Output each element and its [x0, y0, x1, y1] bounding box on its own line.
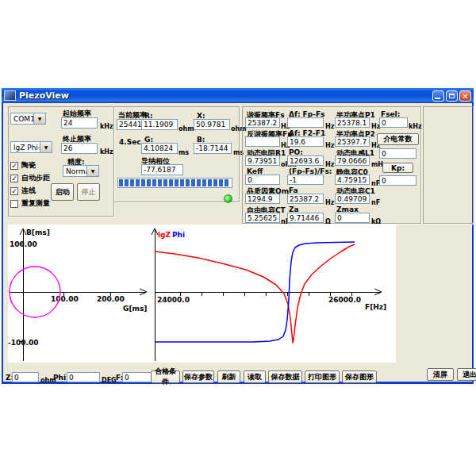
- progress-segment: [213, 179, 217, 186]
- progress-segment: [225, 179, 228, 186]
- right-chart-xlabel: F[Hz]: [365, 303, 386, 311]
- checkbox-unchecked-icon[interactable]: [10, 200, 18, 208]
- start-button[interactable]: 启动: [51, 183, 74, 201]
- title-bar[interactable]: PiezoView ✕: [2, 88, 474, 103]
- result-field-value[interactable]: [245, 213, 280, 223]
- progress-segment: [169, 179, 173, 186]
- fsel-unit: kHz: [409, 123, 422, 130]
- progress-segment: [197, 179, 201, 186]
- window-title: PiezoView: [19, 90, 69, 101]
- measurement-chart: B[ms]100.00-100.00100.00200.00G[ms]lgZPh…: [8, 225, 396, 363]
- save-params-button[interactable]: 保存参数: [182, 370, 214, 383]
- result-field-value[interactable]: [287, 175, 324, 185]
- progress-segment: [208, 179, 212, 186]
- result-field-value[interactable]: [245, 155, 280, 166]
- app-icon: [4, 90, 16, 101]
- qualify-condition-button[interactable]: 合格条件: [151, 370, 180, 383]
- end-freq-unit: kHz: [100, 148, 113, 155]
- start-freq-unit: kHz: [100, 123, 113, 130]
- result-field-value[interactable]: [245, 175, 280, 185]
- clear-screen-button[interactable]: 清屏: [427, 368, 454, 381]
- progress-segment: [175, 179, 178, 186]
- checkbox-label: 自动步距: [21, 173, 50, 183]
- chevron-down-icon[interactable]: ▼: [86, 166, 98, 176]
- z-value[interactable]: [12, 372, 39, 382]
- com-port-select[interactable]: COM1 ▼: [10, 113, 46, 125]
- piezoview-window: PiezoView ✕ COM1 ▼ 起始频率 kHz lgZ Phi-F ▼ …: [2, 89, 474, 384]
- result-field-value[interactable]: [335, 117, 370, 128]
- print-graph-button[interactable]: 打印图形: [305, 370, 340, 383]
- checkbox-label: 重复测量: [21, 198, 50, 209]
- result-field-unit: Hz: [325, 142, 334, 149]
- progress-segment: [119, 179, 123, 186]
- end-freq-input[interactable]: [61, 143, 98, 154]
- maximize-button[interactable]: [446, 90, 458, 102]
- kp-value[interactable]: [379, 175, 416, 186]
- refresh-button[interactable]: 刷新: [217, 370, 240, 383]
- stop-button[interactable]: 停止: [77, 183, 100, 201]
- left-chart-ylabel: B[ms]: [26, 228, 50, 236]
- result-field-value[interactable]: [335, 136, 370, 147]
- result-field-unit: mH: [371, 161, 383, 168]
- lgZ-curve: [155, 244, 355, 343]
- precision-select[interactable]: Normal ▼: [63, 165, 99, 177]
- result-field-value[interactable]: [287, 117, 324, 128]
- start-freq-input[interactable]: [61, 117, 98, 129]
- progress-segment: [202, 179, 206, 186]
- status-indicator-green: [224, 194, 232, 203]
- x-value[interactable]: [194, 119, 230, 130]
- checkbox-checked-icon[interactable]: ✓: [10, 175, 18, 182]
- result-field-value[interactable]: [335, 213, 370, 223]
- result-field-value[interactable]: [245, 136, 280, 147]
- dielectric-constant-button[interactable]: 介电常数: [377, 133, 419, 145]
- svg-text:26000.0: 26000.0: [328, 296, 361, 304]
- progress-segment: [191, 179, 195, 186]
- checkbox-label: 连线: [21, 186, 36, 196]
- chart-area: B[ms]100.00-100.00100.00200.00G[ms]lgZPh…: [8, 225, 396, 363]
- b-value[interactable]: [194, 143, 232, 154]
- progress-segment: [147, 179, 151, 186]
- phase-value[interactable]: [141, 164, 183, 175]
- result-field-value[interactable]: [287, 194, 324, 204]
- r-value[interactable]: [141, 119, 178, 130]
- checkbox-checked-icon[interactable]: ✓: [10, 162, 18, 170]
- kp-button[interactable]: Kp:: [382, 163, 413, 173]
- result-field-value[interactable]: [335, 194, 370, 204]
- svg-text:-100.00: -100.00: [8, 339, 38, 347]
- read-button[interactable]: 读取: [244, 370, 266, 383]
- result-field-value[interactable]: [287, 136, 324, 147]
- svg-text:100.00: 100.00: [10, 240, 37, 248]
- checkbox-row: ✓陶瓷: [10, 161, 36, 170]
- svg-text:200.00: 200.00: [97, 295, 125, 303]
- result-field-value[interactable]: [287, 155, 324, 166]
- g-unit: ms: [178, 149, 189, 156]
- result-field-value[interactable]: [245, 117, 280, 128]
- result-field-value[interactable]: [335, 175, 370, 185]
- checkbox-row: ✓连线: [10, 186, 36, 195]
- result-field-value[interactable]: [245, 194, 280, 204]
- chevron-down-icon[interactable]: ▼: [33, 113, 45, 124]
- progress-segment: [141, 179, 145, 186]
- maximize-icon: [449, 94, 455, 98]
- chevron-down-icon[interactable]: ▼: [40, 142, 52, 152]
- minimize-button[interactable]: [432, 90, 444, 102]
- phi-value[interactable]: [67, 372, 100, 382]
- progress-segment: [163, 179, 167, 186]
- g-value[interactable]: [141, 143, 178, 154]
- checkbox-checked-icon[interactable]: ✓: [10, 187, 18, 195]
- result-field-value[interactable]: [335, 155, 370, 166]
- left-chart-xlabel: G[ms]: [123, 305, 147, 313]
- progress-bar: [117, 178, 232, 188]
- fsel-value[interactable]: [379, 117, 408, 128]
- save-graph-button[interactable]: 保存图形: [342, 370, 377, 383]
- save-data-button[interactable]: 保存数据: [268, 370, 302, 383]
- result-field-value[interactable]: [287, 213, 324, 223]
- result-field-unit: Hz: [325, 123, 334, 130]
- phi-unit: DEG: [102, 377, 117, 384]
- dielectric-value[interactable]: [379, 148, 416, 159]
- progress-segment: [125, 179, 129, 186]
- exit-button[interactable]: 退出: [457, 368, 476, 381]
- close-button[interactable]: ✕: [459, 90, 471, 102]
- display-mode-select[interactable]: lgZ Phi-F ▼: [10, 141, 52, 153]
- checkbox-row: ✓自动步距: [10, 174, 50, 182]
